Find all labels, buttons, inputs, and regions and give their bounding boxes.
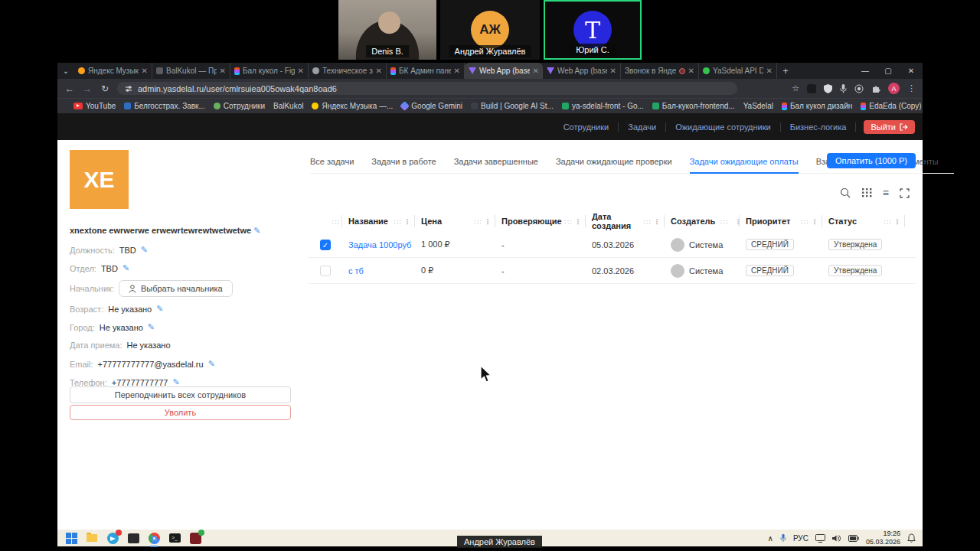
participant-tile[interactable]: АЖ Андрей Журавлёв [440, 0, 540, 60]
mic-tray-icon[interactable] [780, 533, 786, 543]
column-header[interactable]: Цена [421, 217, 442, 226]
record-extension-icon[interactable] [854, 84, 864, 93]
browser-tab[interactable]: Бал кукол - Figma✕ [230, 63, 309, 79]
drag-handle-icon[interactable]: ::: [643, 218, 652, 225]
drag-handle-icon[interactable]: ::: [801, 218, 809, 225]
column-header[interactable]: Проверяющие [501, 217, 562, 226]
column-menu-icon[interactable]: ⋮ [811, 217, 818, 226]
row-checkbox[interactable] [320, 266, 331, 276]
edit-age-icon[interactable]: ✎ [156, 304, 163, 314]
password-shield-icon[interactable] [824, 84, 832, 93]
notification-bell-icon[interactable] [907, 533, 916, 543]
tab-close-icon[interactable]: ✕ [688, 67, 694, 75]
address-bar[interactable]: admin.yasdelal.ru/user/cmlrsuiea005owak4… [117, 82, 737, 95]
task-link[interactable]: с тб [342, 266, 415, 276]
table-row[interactable]: ✓ Задача 1000руб 1 000 ₽ - 05.03.2026 Си… [309, 232, 916, 258]
bookmark-item[interactable]: BalKukol [273, 102, 303, 110]
chrome-button[interactable] [148, 532, 160, 544]
mic-extension-icon[interactable] [840, 84, 847, 93]
browser-avatar[interactable]: A [888, 83, 900, 94]
reassign-all-button[interactable]: Переподчинить всех сотрудников [70, 386, 291, 403]
tab-close-icon[interactable]: ✕ [376, 67, 382, 75]
bookmark-item[interactable]: EdaEda (Copy) – Fig... [861, 102, 923, 110]
app-button[interactable] [189, 532, 201, 544]
column-header[interactable]: Статус [828, 217, 857, 226]
tab-close-icon[interactable]: ✕ [610, 67, 616, 75]
bookmark-star-icon[interactable]: ☆ [792, 83, 799, 93]
edit-name-icon[interactable]: ✎ [253, 226, 260, 235]
edit-position-icon[interactable]: ✎ [141, 245, 148, 255]
column-header[interactable]: Создатель [671, 217, 715, 226]
bookmark-item[interactable]: Build | Google AI St... [471, 102, 554, 110]
fire-button[interactable]: Уволить [70, 405, 291, 420]
drag-handle-icon[interactable]: ::: [474, 218, 482, 225]
bookmark-item[interactable]: Бал кукол дизайн [782, 102, 852, 110]
tab-close-icon[interactable]: ✕ [220, 67, 226, 75]
drag-handle-icon[interactable]: ::: [394, 218, 402, 225]
browser-tab[interactable]: BalKukol — Профиль✕ [152, 63, 230, 79]
task-link[interactable]: Задача 1000руб [342, 240, 415, 249]
browser-tab-active[interactable]: Web App (based on✕ [465, 63, 543, 79]
telegram-button[interactable] [106, 532, 119, 544]
participant-tile-active-speaker[interactable]: Т Юрий С. [544, 0, 642, 60]
browser-tab[interactable]: БК Админ панель (п✕ [387, 63, 465, 79]
language-indicator[interactable]: РУС [793, 534, 808, 543]
choose-manager-button[interactable]: Выбрать начальника [119, 280, 233, 297]
nav-employees[interactable]: Сотрудники [554, 122, 619, 132]
network-icon[interactable] [815, 534, 825, 543]
browser-tab[interactable]: Звонок в Яндекс ✕ [621, 63, 699, 79]
participant-tile-video[interactable]: Denis B. [338, 0, 436, 60]
density-icon[interactable]: ≡ [883, 189, 889, 197]
column-menu-icon[interactable]: ⋮ [403, 217, 411, 226]
column-menu-icon[interactable]: ⋮ [484, 217, 492, 226]
columns-icon[interactable] [861, 188, 872, 197]
extensions-puzzle-icon[interactable] [871, 84, 880, 93]
app-button[interactable] [127, 532, 139, 544]
start-button[interactable] [65, 532, 77, 544]
nav-business-logic[interactable]: Бизнес-логика [781, 122, 857, 132]
window-maximize-button[interactable]: ▢ [877, 63, 900, 79]
site-settings-icon[interactable] [125, 85, 132, 93]
row-checkbox-checked[interactable]: ✓ [320, 240, 331, 250]
window-close-button[interactable]: ✕ [900, 63, 923, 79]
pay-button[interactable]: Оплатить (1000 Р) [827, 153, 916, 168]
tab-completed[interactable]: Задачи завершенные [454, 157, 538, 166]
clock[interactable]: 19:26 05.03.2026 [866, 530, 900, 546]
browser-menu-icon[interactable]: ⋮ [907, 83, 916, 93]
tab-close-icon[interactable]: ✕ [298, 67, 304, 75]
column-header[interactable]: Название [348, 217, 388, 226]
bookmark-item[interactable]: Бал-кукол-frontend... [652, 102, 735, 110]
bookmark-item[interactable]: Белгосстрах. Завк... [124, 102, 205, 110]
browser-tab[interactable]: Web App (based on✕ [543, 63, 621, 79]
column-menu-icon[interactable]: ⋮ [893, 217, 901, 226]
tab-all-tasks[interactable]: Все задачи [310, 157, 354, 166]
tab-close-icon[interactable]: ✕ [533, 67, 539, 75]
tab-in-progress[interactable]: Задачи в работе [371, 157, 436, 166]
bookmark-item[interactable]: ya-sdelal-front - Go... [562, 102, 644, 110]
bookmark-item[interactable]: YaSdelal [743, 102, 773, 110]
tray-chevron-icon[interactable]: ∧ [768, 534, 773, 543]
drag-handle-icon[interactable]: ::: [720, 218, 728, 225]
new-tab-button[interactable]: + [777, 63, 794, 79]
browser-tab[interactable]: YaSdelal API Docume✕ [699, 63, 777, 79]
extension-icon[interactable] [807, 84, 816, 93]
edit-city-icon[interactable]: ✎ [148, 322, 155, 332]
bookmark-item[interactable]: Яндекс Музыка —... [312, 102, 393, 110]
speaker-icon[interactable] [832, 534, 841, 543]
back-button[interactable]: ← [64, 83, 75, 94]
search-icon[interactable] [840, 187, 851, 198]
nav-pending-employees[interactable]: Ожидающие сотрудники [666, 122, 780, 132]
tab-close-icon[interactable]: ✕ [454, 67, 460, 75]
browser-tab[interactable]: Яндекс Музыка — с✕ [74, 63, 152, 79]
tab-close-icon[interactable]: ✕ [142, 67, 148, 75]
drag-handle-icon[interactable]: ::: [884, 218, 892, 225]
column-header[interactable]: Приоритет [746, 217, 790, 226]
drag-handle-icon[interactable]: ::: [564, 218, 573, 225]
fullscreen-icon[interactable] [900, 188, 910, 198]
column-menu-icon[interactable]: ⋮ [574, 217, 582, 226]
tab-awaiting-review[interactable]: Задачи ожидающие проверки [556, 157, 672, 166]
column-menu-icon[interactable]: ⋮ [653, 217, 661, 226]
tab-awaiting-payment[interactable]: Задачи ожидающие оплаты [690, 157, 799, 166]
table-row[interactable]: с тб 0 ₽ - 02.03.2026 Система СРЕДНИЙ Ут… [309, 258, 916, 284]
tab-search-chevron-icon[interactable]: ⌄ [57, 63, 74, 79]
